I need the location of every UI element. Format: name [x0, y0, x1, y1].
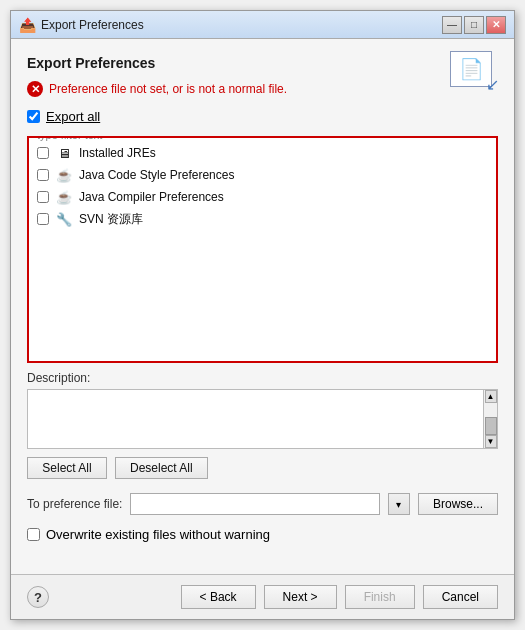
titlebar-buttons: — □ ✕ — [442, 16, 506, 34]
description-section: Description: ▲ ▼ — [27, 371, 498, 449]
description-box: ▲ ▼ — [27, 389, 498, 449]
filter-items: 🖥 Installed JREs ☕ Java Code Style Prefe… — [29, 138, 496, 234]
item-label-3: SVN 资源库 — [79, 211, 143, 228]
overwrite-checkbox[interactable] — [27, 528, 40, 541]
error-message: Preference file not set, or is not a nor… — [49, 82, 287, 96]
browse-button[interactable]: Browse... — [418, 493, 498, 515]
export-icon-area: 📄 ↙ — [450, 51, 498, 95]
file-row: To preference file: ▾ Browse... — [27, 493, 498, 515]
item-label-2: Java Compiler Preferences — [79, 190, 224, 204]
filter-label: type filter text — [35, 136, 104, 141]
error-icon: ✕ — [27, 81, 43, 97]
scroll-down-arrow[interactable]: ▼ — [485, 435, 497, 448]
list-item: ☕ Java Compiler Preferences — [29, 186, 496, 208]
close-button[interactable]: ✕ — [486, 16, 506, 34]
maximize-button[interactable]: □ — [464, 16, 484, 34]
description-inner — [28, 390, 483, 448]
java-compiler-icon: ☕ — [55, 188, 73, 206]
scroll-up-arrow[interactable]: ▲ — [485, 390, 497, 403]
titlebar: 📤 Export Preferences — □ ✕ — [11, 11, 514, 39]
list-item: 🔧 SVN 资源库 — [29, 208, 496, 230]
finish-button[interactable]: Finish — [345, 585, 415, 609]
next-button[interactable]: Next > — [264, 585, 337, 609]
footer: ? < Back Next > Finish Cancel — [11, 574, 514, 619]
item-label-0: Installed JREs — [79, 146, 156, 160]
filter-box: type filter text 🖥 Installed JREs ☕ Java… — [27, 136, 498, 363]
description-scrollbar: ▲ ▼ — [483, 390, 497, 448]
export-all-label: Export all — [46, 109, 100, 124]
window-title: Export Preferences — [41, 18, 442, 32]
export-all-row: Export all — [27, 109, 498, 124]
cancel-button[interactable]: Cancel — [423, 585, 498, 609]
minimize-button[interactable]: — — [442, 16, 462, 34]
item-checkbox-2[interactable] — [37, 191, 49, 203]
selection-buttons: Select All Deselect All — [27, 457, 498, 479]
overwrite-label: Overwrite existing files without warning — [46, 527, 270, 542]
overwrite-row: Overwrite existing files without warning — [27, 527, 498, 542]
file-dropdown-arrow[interactable]: ▾ — [388, 493, 410, 515]
header-area: Export Preferences 📄 ↙ ✕ Preference file… — [27, 55, 498, 109]
list-item: 🖥 Installed JREs — [29, 142, 496, 164]
window-icon: 📤 — [19, 17, 35, 33]
java-code-style-icon: ☕ — [55, 166, 73, 184]
back-button[interactable]: < Back — [181, 585, 256, 609]
export-doc-icon: 📄 ↙ — [450, 51, 492, 87]
item-checkbox-3[interactable] — [37, 213, 49, 225]
help-button[interactable]: ? — [27, 586, 49, 608]
file-label: To preference file: — [27, 497, 122, 511]
page-title: Export Preferences — [27, 55, 498, 71]
scroll-thumb[interactable] — [485, 417, 497, 435]
export-all-checkbox[interactable] — [27, 110, 40, 123]
export-preferences-window: 📤 Export Preferences — □ ✕ Export Prefer… — [10, 10, 515, 620]
item-checkbox-1[interactable] — [37, 169, 49, 181]
file-input[interactable] — [130, 493, 380, 515]
error-bar: ✕ Preference file not set, or is not a n… — [27, 81, 498, 97]
description-label: Description: — [27, 371, 498, 385]
main-content: Export Preferences 📄 ↙ ✕ Preference file… — [11, 39, 514, 574]
item-checkbox-0[interactable] — [37, 147, 49, 159]
installed-jres-icon: 🖥 — [55, 144, 73, 162]
deselect-all-button[interactable]: Deselect All — [115, 457, 208, 479]
select-all-button[interactable]: Select All — [27, 457, 107, 479]
list-item: ☕ Java Code Style Preferences — [29, 164, 496, 186]
item-label-1: Java Code Style Preferences — [79, 168, 234, 182]
svn-icon: 🔧 — [55, 210, 73, 228]
